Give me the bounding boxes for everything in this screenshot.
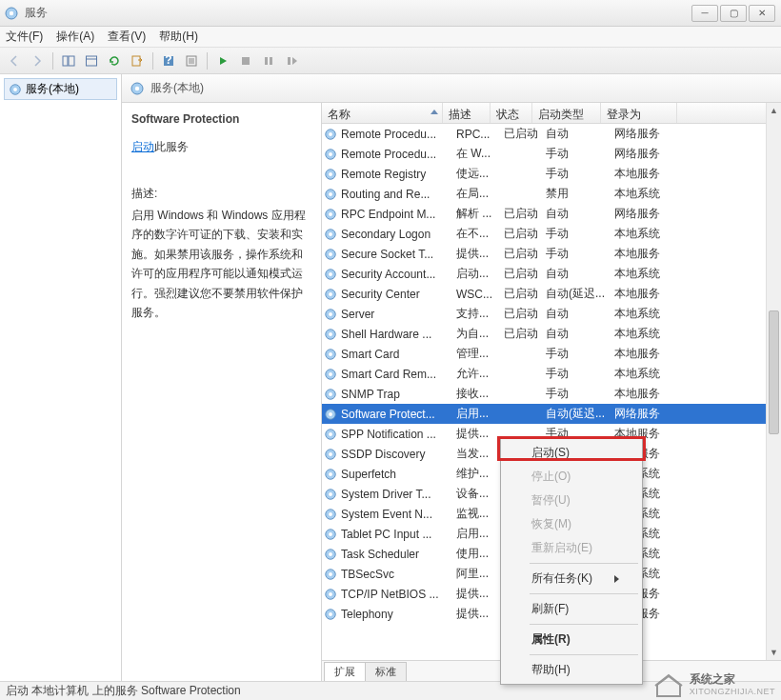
restart-service-button[interactable] [281, 50, 302, 71]
gear-icon [324, 428, 337, 441]
vertical-scrollbar[interactable]: ▲ ▼ [766, 103, 781, 660]
menu-action[interactable]: 操作(A) [56, 29, 94, 45]
cell-description: 提供... [456, 586, 504, 602]
menu-view[interactable]: 查看(V) [108, 29, 146, 45]
cell-startup: 手动 [546, 146, 614, 162]
watermark-logo-icon [653, 671, 684, 698]
service-row[interactable]: Software Protect...启用...自动(延迟...网络服务 [322, 404, 781, 424]
svg-point-34 [329, 252, 332, 256]
scrollbar-thumb[interactable] [769, 310, 779, 434]
cell-name: Server [341, 308, 456, 321]
cell-name: Smart Card Rem... [341, 368, 456, 381]
svg-rect-4 [87, 56, 97, 66]
cell-startup: 自动(延迟... [546, 286, 614, 302]
show-hide-tree-button[interactable] [58, 50, 79, 71]
nav-forward-button[interactable] [27, 50, 48, 71]
service-row[interactable]: Remote Procedu...RPC...已启动自动网络服务 [322, 124, 781, 144]
detail-pane: Software Protection 启动此服务 描述: 启用 Windows… [122, 103, 322, 681]
cell-status: 已启动 [504, 286, 546, 302]
start-service-link[interactable]: 启动 [131, 140, 154, 153]
service-row[interactable]: Shell Hardware ...为自...已启动自动本地系统 [322, 324, 781, 344]
svg-point-26 [329, 172, 332, 176]
gear-icon [130, 81, 145, 96]
service-row[interactable]: Server支持...已启动自动本地系统 [322, 304, 781, 324]
minimize-button[interactable]: ─ [691, 5, 718, 22]
pause-service-button[interactable] [258, 50, 279, 71]
ctx-all-tasks[interactable]: 所有任务(K) [503, 567, 640, 590]
column-startup-type[interactable]: 启动类型 [532, 103, 601, 123]
ctx-properties[interactable]: 属性(R) [503, 628, 640, 651]
service-row[interactable]: Smart Card Rem...允许...手动本地系统 [322, 364, 781, 384]
cell-name: SPP Notification ... [341, 428, 456, 441]
maximize-button[interactable]: ▢ [720, 5, 747, 22]
tab-extended[interactable]: 扩展 [324, 662, 366, 681]
svg-point-42 [329, 332, 332, 336]
service-row[interactable]: Routing and Re...在局...禁用本地系统 [322, 184, 781, 204]
cell-name: Security Account... [341, 268, 456, 281]
context-menu: 启动(S) 停止(O) 暂停(U) 恢复(M) 重新启动(E) 所有任务(K) … [500, 438, 643, 685]
gear-icon [324, 248, 337, 261]
menu-help[interactable]: 帮助(H) [159, 29, 198, 45]
svg-point-46 [329, 372, 332, 376]
tab-standard[interactable]: 标准 [365, 662, 407, 681]
close-button[interactable]: ✕ [749, 5, 775, 22]
detail-heading: Software Protection [131, 112, 311, 126]
gear-icon [324, 228, 337, 241]
svg-rect-16 [288, 57, 290, 65]
stop-service-button[interactable] [235, 50, 256, 71]
start-service-button[interactable] [212, 50, 233, 71]
svg-point-30 [329, 212, 332, 216]
cell-name: Remote Registry [341, 168, 456, 181]
cell-status: 已启动 [504, 266, 546, 282]
cell-logon: 本地服务 [614, 346, 691, 362]
ctx-start[interactable]: 启动(S) [503, 441, 640, 465]
cell-logon: 本地服务 [614, 386, 691, 402]
svg-point-38 [329, 292, 332, 296]
column-logon-as[interactable]: 登录为 [601, 103, 677, 123]
column-name[interactable]: 名称 [322, 103, 443, 123]
titlebar: 服务 ─ ▢ ✕ [0, 0, 781, 27]
service-row[interactable]: Security Account...启动...已启动自动本地系统 [322, 264, 781, 284]
cell-startup: 自动 [546, 306, 614, 322]
service-row[interactable]: RPC Endpoint M...解析 ...已启动自动网络服务 [322, 204, 781, 224]
service-row[interactable]: Secondary Logon在不...已启动手动本地系统 [322, 224, 781, 244]
service-row[interactable]: Secure Socket T...提供...已启动手动本地服务 [322, 244, 781, 264]
ctx-help[interactable]: 帮助(H) [503, 658, 640, 682]
cell-description: 为自... [456, 326, 504, 342]
service-row[interactable]: Security CenterWSC...已启动自动(延迟...本地服务 [322, 284, 781, 304]
watermark-text: 系统之家 [690, 673, 775, 686]
export-button[interactable] [127, 50, 148, 71]
service-row[interactable]: Remote Procedu...在 W...手动网络服务 [322, 144, 781, 164]
svg-point-20 [135, 86, 139, 90]
refresh-button[interactable] [104, 50, 125, 71]
service-row[interactable]: Remote Registry使远...手动本地服务 [322, 164, 781, 184]
tree-node-services-local[interactable]: 服务(本地) [4, 78, 117, 100]
window-title: 服务 [25, 5, 48, 21]
help-button[interactable]: ? [158, 50, 179, 71]
svg-rect-15 [270, 57, 272, 65]
ctx-resume: 恢复(M) [503, 512, 640, 536]
cell-name: Secure Socket T... [341, 248, 456, 261]
scroll-down-icon[interactable]: ▼ [767, 645, 781, 660]
service-row[interactable]: Smart Card管理...手动本地服务 [322, 344, 781, 364]
properties-button[interactable] [181, 50, 202, 71]
column-description[interactable]: 描述 [443, 103, 491, 123]
cell-description: 在局... [456, 186, 504, 202]
sort-arrow-icon [431, 110, 438, 114]
menu-file[interactable]: 文件(F) [6, 29, 43, 45]
content-header: 服务(本地) [122, 74, 781, 103]
cell-startup: 自动 [546, 266, 614, 282]
service-row[interactable]: SNMP Trap接收...手动本地服务 [322, 384, 781, 404]
cell-status: 已启动 [504, 206, 546, 222]
svg-point-58 [329, 492, 332, 496]
scroll-up-icon[interactable]: ▲ [767, 103, 781, 118]
detail-view-button[interactable] [81, 50, 102, 71]
column-status[interactable]: 状态 [491, 103, 532, 123]
ctx-refresh[interactable]: 刷新(F) [503, 597, 640, 621]
svg-point-40 [329, 312, 332, 316]
svg-point-70 [329, 612, 332, 616]
nav-back-button[interactable] [4, 50, 25, 71]
ctx-stop: 停止(O) [503, 465, 640, 489]
cell-status: 已启动 [504, 326, 546, 342]
tree-pane: 服务(本地) [0, 74, 122, 681]
